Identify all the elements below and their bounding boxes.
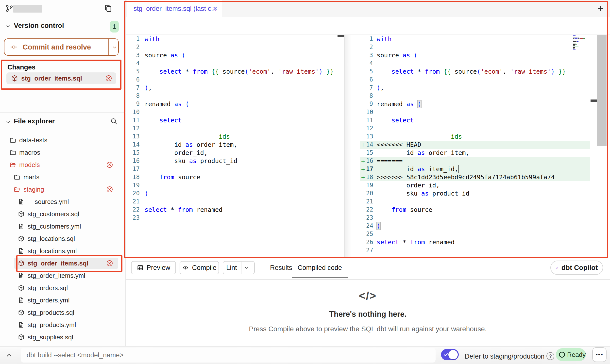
code-line[interactable]: 24) [360,222,590,230]
command-placeholder: dbt build --select <model_name> [27,351,123,359]
more-menu-button[interactable]: ••• [592,347,607,362]
code-line[interactable]: 13 ---------- ids [360,132,590,141]
tab-results[interactable]: Results [270,264,292,272]
code-line[interactable]: 19 order_id, [360,181,590,189]
code-line[interactable]: 11 select [360,116,590,124]
code-line[interactable]: 10 [360,108,590,116]
file-tree-item-stg_products.yml[interactable]: stg_products.yml [0,319,125,331]
changed-file-row[interactable]: stg_order_items.sql [6,72,116,84]
file-tree-item-stg_locations.yml[interactable]: stg_locations.yml [0,245,125,257]
discard-icon[interactable] [106,186,113,193]
file-tree-item-stg_customers.sql[interactable]: stg_customers.sql [0,208,125,220]
diff-editor-original[interactable]: 1with23source as (45 select * from {{ so… [126,35,344,222]
file-tree-item-staging[interactable]: staging [0,183,125,196]
code-line[interactable]: 22select * from renamed [126,206,344,214]
minimap[interactable] [573,35,590,51]
chevron-up-icon[interactable] [4,350,14,360]
code-line[interactable]: 6 [360,76,590,84]
code-line[interactable]: 4 [360,59,590,67]
file-tree-item-data-tests[interactable]: data-tests [0,134,125,146]
chevron-down-icon[interactable] [111,44,118,50]
commit-and-resolve-button[interactable]: Commit and resolve [4,38,119,56]
code-line[interactable]: 2 [126,43,344,51]
code-line[interactable]: 15 id as order_item, [360,149,590,157]
code-line[interactable]: 3source as ( [360,51,590,59]
file-tree-item-stg_products.sql[interactable]: stg_products.sql [0,306,125,319]
file-tree-item-stg_supplies.sql[interactable]: stg_supplies.sql [0,331,125,343]
code-line[interactable]: 10 [126,108,344,116]
code-line[interactable]: 15 order_id, [126,149,344,157]
help-icon[interactable]: ? [546,352,554,360]
code-line[interactable]: 3source as ( [126,51,344,59]
new-tab-button[interactable]: + [595,3,606,14]
code-line[interactable]: 7), [360,84,590,92]
code-line[interactable]: 22 from source [360,206,590,214]
file-tree-item-stg_locations.sql[interactable]: stg_locations.sql [0,232,125,245]
vertical-scrollbar[interactable] [597,35,607,146]
code-line[interactable]: 8 [126,92,344,100]
file-tree-item-stg_order_items.yml[interactable]: stg_order_items.yml [0,269,125,282]
file-tree-item-__sources.yml[interactable]: __sources.yml [0,196,125,208]
code-line[interactable]: 17 [126,165,344,173]
lint-button[interactable]: Lint [223,261,255,274]
code-line[interactable]: 19 [126,181,344,189]
code-line[interactable]: 25 [360,230,590,238]
code-line[interactable]: +16======= [360,157,590,165]
code-line[interactable]: +18>>>>>>> 58c1dd23d5eebd9cd2495fa7124ab… [360,173,590,181]
code-line[interactable]: 9renamed as ( [126,100,344,108]
code-line[interactable]: 8 [360,92,590,100]
code-line[interactable]: +14<<<<<<< HEAD [360,141,590,149]
search-icon[interactable] [110,117,118,125]
code-line[interactable]: 11 select [126,116,344,124]
diff-added-marker [360,116,366,124]
code-line[interactable]: 7), [126,84,344,92]
preview-button[interactable]: Preview [131,261,176,274]
compile-button[interactable]: Compile [180,261,219,274]
code-line[interactable]: 12 [360,124,590,132]
code-line[interactable]: 9renamed as ( [360,100,590,108]
discard-icon[interactable] [106,260,113,267]
code-line[interactable]: 18 from source [126,173,344,181]
discard-icon[interactable] [106,161,113,168]
code-line[interactable]: 27 [360,246,590,254]
code-line[interactable]: 6 [126,76,344,84]
defer-toggle[interactable] [441,349,459,360]
code-line[interactable]: 21 [360,198,590,206]
close-icon[interactable]: ✕ [212,5,218,12]
command-input[interactable]: dbt build --select <model_name> [21,348,436,363]
chevron-down-icon[interactable] [5,23,11,30]
code-line[interactable]: +17 id as item_id, [360,165,590,173]
code-line[interactable]: 4 [126,59,344,67]
dbt-copilot-button[interactable]: dbt Copilot [550,261,603,275]
code-line[interactable]: 20) [126,189,344,198]
code-line[interactable]: 5 select * from {{ source('ecom', 'raw_i… [360,67,590,76]
file-tree-item-models[interactable]: models [0,159,125,171]
code-line[interactable]: 23 [360,214,590,222]
file-tree-item-macros[interactable]: macros [0,146,125,159]
chevron-down-icon[interactable] [243,265,249,271]
code-line[interactable]: 2 [360,43,590,51]
copy-icon[interactable] [103,4,113,13]
tab-compiled-code[interactable]: Compiled code [298,264,342,272]
code-line[interactable]: 26select * from renamed [360,238,590,246]
code-line[interactable]: 1with [126,35,344,43]
file-tree-item-stg_orders.sql[interactable]: stg_orders.sql [0,282,125,294]
code-line[interactable]: 23 [126,214,344,222]
code-line[interactable]: 21 [126,198,344,206]
code-line[interactable]: 1with [360,35,590,43]
file-tree-item-stg_orders.yml[interactable]: stg_orders.yml [0,294,125,306]
chevron-down-icon[interactable] [5,119,11,125]
code-line[interactable]: 16 sku as product_id [126,157,344,165]
file-tree-item-marts[interactable]: marts [0,171,125,183]
code-line[interactable]: 14 id as order_item, [126,141,344,149]
file-tree-item-stg_customers.yml[interactable]: stg_customers.yml [0,220,125,232]
file-tree-item-stg_order_items.sql[interactable]: stg_order_items.sql [0,257,125,269]
pane-divider[interactable] [344,35,351,258]
code-line[interactable]: 13 ---------- ids [126,132,344,141]
code-line[interactable]: 20 sku as product_id [360,189,590,198]
code-line[interactable]: 5 select * from {{ source('ecom', 'raw_i… [126,67,344,76]
discard-change-icon[interactable] [105,75,112,82]
code-line[interactable]: 12 [126,124,344,132]
tab-stg-order-items[interactable]: stg_order_items.sql (last c... ✕ [127,0,222,17]
diff-editor-modified[interactable]: 1with23source as (45 select * from {{ so… [360,35,590,254]
